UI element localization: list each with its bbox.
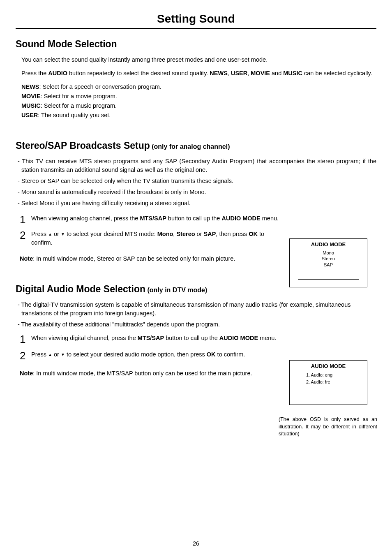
audiomode-label: AUDIO MODE: [221, 215, 260, 222]
text-fragment: or: [195, 231, 204, 237]
step-1: 1 When viewing analog channel, press the…: [20, 214, 283, 225]
dash-item: - Mono sound is automatically received i…: [16, 188, 376, 197]
step-2: 2 Press ▲ or ▼ to select your desired MT…: [20, 230, 283, 247]
heading-sub: (only in DTV mode): [145, 287, 207, 294]
osd-title: AUDIO MODE: [294, 241, 363, 247]
osd-divider: [298, 279, 359, 280]
step-1: 1 When viewing digital channel, press th…: [20, 334, 283, 345]
text-fragment: Press the: [21, 70, 48, 76]
text-fragment: menu.: [258, 335, 276, 341]
mode-desc: : Select for a music program.: [41, 102, 117, 109]
text-fragment: button to call up the: [164, 335, 219, 341]
text-fragment: or: [52, 231, 61, 237]
mtssap-label: MTS/SAP: [140, 215, 166, 222]
heading-stereo-sap: Stereo/SAP Broadcasts Setup (only for an…: [16, 140, 376, 151]
audio-label: AUDIO: [48, 70, 67, 76]
movie-label: MOVIE: [251, 70, 270, 76]
mode-name: MUSIC: [21, 102, 41, 109]
ok-label: OK: [249, 231, 258, 237]
up-arrow-icon: ▲: [48, 232, 52, 236]
text-fragment: menu.: [261, 215, 279, 222]
audiomode-label: AUDIO MODE: [219, 335, 258, 341]
text-fragment: can be selected cyclically.: [302, 70, 372, 76]
text-fragment: When viewing analog channel, press the: [31, 215, 140, 222]
mode-line: USER: The sound quality you set.: [16, 111, 376, 120]
mode-line: MUSIC: Select for a music program.: [16, 102, 376, 110]
heading-sound-mode: Sound Mode Selection: [16, 39, 376, 50]
mode-name: USER: [21, 112, 38, 118]
osd-item: Stereo: [294, 256, 363, 261]
dash-item: - The availability of these additional "…: [16, 320, 279, 329]
text-fragment: button repeatedly to select the desired …: [67, 70, 210, 76]
text-fragment: to select your desired audio mode option…: [65, 351, 207, 358]
mode-desc: : Select for a movie program.: [41, 93, 117, 99]
step-number: 2: [20, 350, 27, 361]
step-number: 1: [20, 214, 27, 225]
section-sound-mode: Sound Mode Selection You can select the …: [16, 39, 376, 120]
step-number: 2: [20, 230, 27, 240]
dash-item: - Select Mono if you are having difficul…: [16, 199, 376, 208]
mtssap-label: MTS/SAP: [138, 335, 164, 341]
mode-name: NEWS: [21, 83, 39, 90]
step-number: 1: [20, 334, 27, 345]
mono-label: Mono: [157, 231, 173, 237]
text-fragment: Press: [31, 351, 48, 358]
note-label: Note: [20, 370, 33, 377]
text-fragment: or: [52, 351, 61, 358]
news-label: NEWS: [210, 70, 228, 76]
note-label: Note: [20, 255, 33, 262]
text-fragment: button to call up the: [166, 215, 222, 222]
step-text: When viewing analog channel, press the M…: [31, 214, 283, 223]
page-title: Setting Sound: [16, 12, 376, 29]
intro-text: You can select the sound quality instant…: [16, 56, 376, 64]
osd-audio-mode-analog: AUDIO MODE Mono Stereo SAP: [289, 238, 367, 287]
osd-item: Mono: [294, 250, 363, 256]
note-body: : In multi window mode, Stereo or SAP ca…: [33, 255, 235, 262]
step-text: When viewing digital channel, press the …: [31, 334, 283, 342]
text-fragment: , then press: [216, 231, 249, 237]
heading-text: Digital Audio Mode Selection: [16, 284, 145, 294]
heading-sub: (only for analog channel): [150, 143, 230, 150]
press-instruction: Press the AUDIO button repeatedly to sel…: [16, 69, 376, 78]
ok-label: OK: [207, 351, 216, 358]
osd-title: AUDIO MODE: [294, 363, 363, 369]
osd-caption: (The above OSD is only served as an illu…: [279, 416, 377, 438]
note: Note: In multi window mode, the MTS/SAP …: [20, 369, 283, 378]
text-fragment: ,: [228, 70, 231, 76]
mode-line: MOVIE: Select for a movie program.: [16, 92, 376, 101]
note-body: : In multi window mode, the MTS/SAP butt…: [33, 370, 252, 377]
down-arrow-icon: ▼: [61, 232, 65, 236]
text-fragment: to confirm.: [216, 351, 245, 358]
dash-item: - Stereo or SAP can be selected only whe…: [16, 177, 376, 185]
page-number: 26: [0, 540, 392, 547]
text-fragment: and: [270, 70, 283, 76]
osd-divider: [298, 397, 359, 397]
osd-item: 1. Audio: eng: [294, 372, 363, 379]
osd-audio-mode-digital: AUDIO MODE 1. Audio: eng 2. Audio: fre: [289, 360, 367, 405]
up-arrow-icon: ▲: [48, 352, 52, 357]
step-2: 2 Press ▲ or ▼ to select your desired au…: [20, 350, 283, 361]
text-fragment: When viewing digital channel, press the: [31, 335, 138, 341]
dash-item: - The digital-TV transmission system is …: [16, 301, 376, 318]
heading-text: Stereo/SAP Broadcasts Setup: [16, 140, 150, 151]
mode-line: NEWS: Select for a speech or conversatio…: [16, 83, 376, 91]
text-fragment: Press: [31, 231, 48, 237]
text-fragment: to select your desired MTS mode:: [65, 231, 157, 237]
stereo-label: Stereo: [176, 231, 195, 237]
osd-item: SAP: [294, 262, 363, 268]
down-arrow-icon: ▼: [61, 352, 65, 357]
music-label: MUSIC: [283, 70, 302, 76]
step-text: Press ▲ or ▼ to select your desired MTS …: [31, 230, 283, 247]
note: Note: In multi window mode, Stereo or SA…: [20, 254, 283, 263]
mode-desc: : The sound quality you set.: [38, 112, 111, 118]
sap-label: SAP: [204, 231, 216, 237]
user-label: USER: [231, 70, 247, 76]
dash-item: - This TV can receive MTS stereo program…: [16, 157, 376, 174]
osd-item: 2. Audio: fre: [294, 379, 363, 386]
step-text: Press ▲ or ▼ to select your desired audi…: [31, 350, 283, 359]
mode-desc: : Select for a speech or conversation pr…: [39, 83, 161, 90]
mode-name: MOVIE: [21, 93, 41, 99]
